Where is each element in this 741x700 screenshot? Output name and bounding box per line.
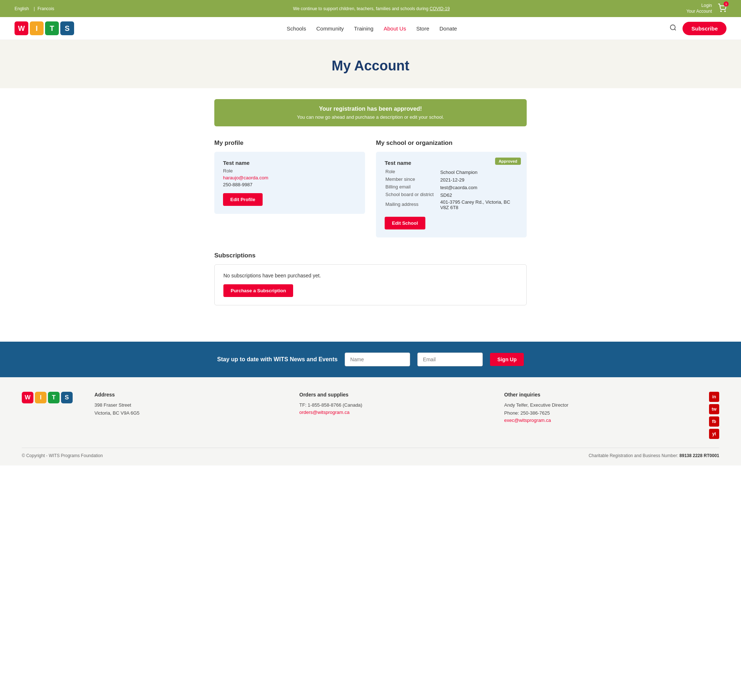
footer-social: in tw fb yt [709,392,719,439]
login-link[interactable]: Login Your Account [686,3,712,14]
school-member-row: Member since 2021-12-29 [385,176,517,183]
nav-store[interactable]: Store [416,25,429,32]
board-label: School board or district [385,192,439,199]
announcement-bar: We continue to support children, teacher… [293,6,450,11]
nav-links: Schools Community Training About Us Stor… [287,25,457,32]
nav-donate[interactable]: Donate [439,25,457,32]
navbar: W I T S Schools Community Training About… [0,17,741,40]
svg-point-1 [725,11,725,12]
announcement-text: We continue to support children, teacher… [293,6,430,11]
svg-point-2 [670,25,675,29]
facebook-icon[interactable]: fb [709,416,719,426]
billing-email-value: test@caorda.com [440,184,517,191]
school-billing-row: Billing email test@caorda.com [385,184,517,191]
svg-line-3 [675,29,676,31]
newsletter-label: Stay up to date with WITS News and Event… [217,356,338,363]
newsletter-name-input[interactable] [345,353,410,366]
footer: W I T S Address 398 Fraser Street Victor… [0,377,741,465]
subscribe-button[interactable]: Subscribe [682,22,726,35]
profile-section-title: My profile [214,140,365,147]
school-card: Approved Test name Role School Champion … [376,152,527,237]
school-board-row: School board or district SD62 [385,192,517,199]
school-column: My school or organization Approved Test … [376,140,527,237]
nav-schools[interactable]: Schools [287,25,306,32]
footer-bottom: © Copyright - WITS Programs Foundation C… [22,448,719,458]
school-address-row: Mailing address 401-3795 Carey Rd., Vict… [385,199,517,210]
member-since-label: Member since [385,176,439,183]
banner-title: Your registration has been approved! [222,106,519,112]
school-role-row: Role School Champion [385,169,517,176]
footer-address-title: Address [94,392,277,397]
approved-badge: Approved [495,157,521,165]
logo-s: S [60,21,74,35]
nav-right: Subscribe [669,22,726,35]
school-section-title: My school or organization [376,140,527,147]
footer-logo-t: T [48,392,60,403]
board-value: SD62 [440,192,517,199]
newsletter-bar: Stay up to date with WITS News and Event… [0,342,741,377]
language-selector[interactable]: English | Francois [15,6,56,11]
footer-inquiries-title: Other inquiries [504,392,687,397]
footer-address-col: Address 398 Fraser Street Victoria, BC V… [94,392,277,417]
footer-orders-col: Orders and supplies TF: 1-855-858-8766 (… [299,392,482,415]
newsletter-signup-button[interactable]: Sign Up [490,353,524,366]
page-title: My Account [7,58,734,74]
logo-w: W [15,21,28,35]
footer-logo-s: S [61,392,73,403]
cart-badge: 1 [723,1,729,7]
lang-separator: | [34,6,35,11]
lang-french-link[interactable]: Francois [37,6,54,11]
top-bar-right: Login Your Account 1 [686,3,726,14]
subscriptions-section: Subscriptions No subscriptions have been… [214,252,527,305]
covid-link[interactable]: COVID-19 [430,6,450,11]
twitter-icon[interactable]: tw [709,404,719,414]
svg-point-0 [721,11,721,12]
nav-community[interactable]: Community [317,25,344,32]
youtube-icon[interactable]: yt [709,429,719,439]
footer-address-line2: Victoria, BC V9A 6G5 [94,409,277,417]
footer-logo-i: I [35,392,47,403]
site-logo[interactable]: W I T S [15,21,74,35]
main-content: Your registration has been approved! You… [207,88,534,342]
lang-english-link[interactable]: English [15,6,29,11]
logo-i: I [30,21,44,35]
cart-icon[interactable]: 1 [718,4,726,13]
school-info-table: Role School Champion Member since 2021-1… [384,168,518,211]
instagram-icon[interactable]: in [709,392,719,402]
top-bar: English | Francois We continue to suppor… [0,0,741,17]
profile-column: My profile Test name Role haraujo@caorda… [214,140,365,237]
footer-logo: W I T S [22,392,73,403]
footer-copyright: © Copyright - WITS Programs Foundation [22,453,103,458]
search-icon[interactable] [669,24,677,33]
profile-card: Test name Role haraujo@caorda.com 250-88… [214,152,365,214]
footer-inquiries-phone: Phone: 250-386-7625 [504,409,687,417]
footer-orders-phone: TF: 1-855-858-8766 (Canada) [299,401,482,409]
nav-about-us[interactable]: About Us [384,25,406,32]
purchase-subscription-button[interactable]: Purchase a Subscription [223,284,293,297]
address-label: Mailing address [385,199,439,210]
footer-orders-title: Orders and supplies [299,392,482,397]
banner-subtitle: You can now go ahead and purchase a desc… [222,115,519,120]
profile-name: Test name [223,160,357,166]
footer-logo-w: W [22,392,34,403]
nav-training[interactable]: Training [354,25,374,32]
address-value: 401-3795 Carey Rd., Victoria, BC V8Z 6T8 [440,199,517,210]
profile-email: haraujo@caorda.com [223,175,357,181]
role-label: Role [385,169,439,176]
billing-email-label: Billing email [385,184,439,191]
footer-charitable: Charitable Registration and Business Num… [588,453,719,458]
newsletter-email-input[interactable] [417,353,483,366]
subscriptions-empty-text: No subscriptions have been purchased yet… [223,273,518,278]
edit-school-button[interactable]: Edit School [384,217,425,229]
role-value: School Champion [440,169,517,176]
subscriptions-title: Subscriptions [214,252,527,259]
approval-banner: Your registration has been approved! You… [214,99,527,126]
edit-profile-button[interactable]: Edit Profile [223,193,263,206]
footer-inquiries-col: Other inquiries Andy Telfer, Executive D… [504,392,687,423]
footer-inquiries-email[interactable]: exec@witsprogram.ca [504,418,551,423]
profile-phone: 250-888-9987 [223,182,357,187]
two-col-section: My profile Test name Role haraujo@caorda… [214,140,527,237]
profile-role-label: Role [223,168,357,174]
footer-top: W I T S Address 398 Fraser Street Victor… [22,392,719,439]
footer-orders-email[interactable]: orders@witsprogram.ca [299,410,349,415]
